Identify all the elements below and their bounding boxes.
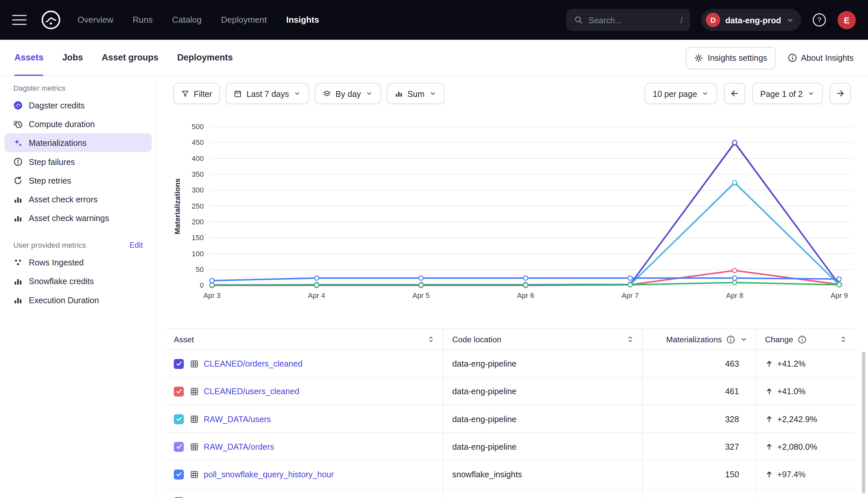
dagster-logo-icon xyxy=(13,101,23,110)
column-header-code-location[interactable]: Code location xyxy=(443,329,642,350)
tab-asset-groups[interactable]: Asset groups xyxy=(102,40,158,76)
user-metrics-section-title: User provided metrics Edit xyxy=(0,239,156,253)
sidebar-item-materializations[interactable]: Materializations xyxy=(4,133,152,152)
svg-text:Apr 7: Apr 7 xyxy=(622,291,638,300)
asset-link[interactable]: RAW_DATA/users xyxy=(204,414,271,424)
sidebar-item-asset-check-errors[interactable]: Asset check errors xyxy=(4,189,152,208)
group-by-dropdown[interactable]: By day xyxy=(315,83,381,104)
up-arrow-icon xyxy=(765,359,773,368)
per-page-dropdown[interactable]: 10 per page xyxy=(645,83,717,104)
dagster-metrics-section-title: Dagster metrics xyxy=(0,83,156,96)
hamburger-menu-button[interactable] xyxy=(12,15,27,25)
sidebar-item-dagster-credits[interactable]: Dagster credits xyxy=(4,95,152,114)
svg-text:Materializations: Materializations xyxy=(173,179,181,234)
tab-assets[interactable]: Assets xyxy=(14,40,43,76)
materializations-cell: 461 xyxy=(642,378,755,405)
insights-settings-label: Insights settings xyxy=(707,53,767,63)
pagination-controls: 10 per page Page 1 of 2 xyxy=(645,83,851,104)
code-location-cell: snowflake_insights xyxy=(443,461,642,488)
nav-item-deployment[interactable]: Deployment xyxy=(221,15,267,25)
row-checkbox[interactable] xyxy=(174,414,184,424)
next-page-button[interactable] xyxy=(830,83,851,104)
app-window: OverviewRunsCatalogDeploymentInsights Se… xyxy=(0,0,868,498)
chevron-down-icon[interactable] xyxy=(739,335,748,343)
row-checkbox[interactable] xyxy=(174,386,184,396)
insights-settings-button[interactable]: Insights settings xyxy=(686,47,776,69)
bar-chart-icon xyxy=(13,276,23,286)
sort-icon[interactable] xyxy=(839,335,847,343)
svg-text:Apr 8: Apr 8 xyxy=(726,291,743,300)
sidebar-item-rows-ingested[interactable]: Rows Ingested xyxy=(4,253,152,271)
materializations-cell: 463 xyxy=(642,350,755,378)
table-row: poll_snowflake_query_history_hoursnowfla… xyxy=(165,461,855,488)
change-value: +2,242.9% xyxy=(777,414,817,424)
page-dropdown[interactable]: Page 1 of 2 xyxy=(753,83,822,104)
column-header-asset[interactable]: Asset xyxy=(165,329,443,350)
row-checkbox[interactable] xyxy=(174,442,184,451)
deployment-switcher[interactable]: D data-eng-prod xyxy=(702,9,801,31)
svg-text:Apr 4: Apr 4 xyxy=(308,291,325,300)
svg-text:Apr 6: Apr 6 xyxy=(517,291,534,300)
chevron-down-icon xyxy=(786,16,794,24)
code-location-cell xyxy=(443,488,642,498)
nav-item-insights[interactable]: Insights xyxy=(286,15,319,25)
edit-metrics-link[interactable]: Edit xyxy=(129,240,143,249)
asset-link[interactable]: poll_snowflake_query_history_hour xyxy=(204,469,334,479)
primary-nav: OverviewRunsCatalogDeploymentInsights xyxy=(78,15,319,25)
about-insights-link[interactable]: About Insights xyxy=(788,53,854,63)
aggregation-dropdown[interactable]: Sum xyxy=(387,83,445,104)
sidebar-item-step-retries[interactable]: Step retries xyxy=(4,171,152,189)
asset-table-body: CLEANED/orders_cleaneddata-eng-pipeline4… xyxy=(165,350,855,498)
row-checkbox[interactable] xyxy=(174,359,184,369)
sort-icon[interactable] xyxy=(626,335,634,343)
materializations-cell: 327 xyxy=(642,433,755,460)
change-cell: +97.4% xyxy=(755,461,855,488)
asset-link[interactable]: RAW_DATA/orders xyxy=(204,442,274,451)
page-label: Page 1 of 2 xyxy=(760,89,803,98)
sidebar-item-compute-duration[interactable]: Compute duration xyxy=(4,115,152,133)
date-range-dropdown[interactable]: Last 7 days xyxy=(226,83,309,104)
sidebar-item-snowflake-credits[interactable]: Snowflake credits xyxy=(4,272,152,290)
asset-grid-icon xyxy=(190,470,199,479)
up-arrow-icon xyxy=(765,387,773,395)
svg-text:200: 200 xyxy=(192,218,204,226)
filter-button[interactable]: Filter xyxy=(173,83,220,104)
sidebar-item-step-failures[interactable]: Step failures xyxy=(4,152,152,171)
dagster-logo[interactable] xyxy=(39,8,63,32)
nav-item-catalog[interactable]: Catalog xyxy=(172,15,202,25)
asset-grid-icon xyxy=(190,442,199,451)
table-scrollbar[interactable] xyxy=(862,352,865,494)
sidebar-item-asset-check-warnings[interactable]: Asset check warnings xyxy=(4,209,152,227)
main-content: Filter Last 7 days By day xyxy=(156,76,868,498)
tab-jobs[interactable]: Jobs xyxy=(62,40,83,76)
insights-tab-bar: AssetsJobsAsset groupsDeployments Insigh… xyxy=(0,40,868,76)
info-icon[interactable] xyxy=(726,335,735,344)
nav-item-overview[interactable]: Overview xyxy=(78,15,113,25)
nav-item-runs[interactable]: Runs xyxy=(132,15,153,25)
asset-link[interactable]: CLEANED/users_cleaned xyxy=(204,386,299,396)
svg-text:100: 100 xyxy=(192,250,204,258)
svg-text:Apr 3: Apr 3 xyxy=(204,291,221,300)
search-input[interactable]: Search... / xyxy=(566,9,690,31)
sort-icon[interactable] xyxy=(427,335,435,343)
chevron-down-icon xyxy=(702,90,710,97)
sidebar-item-label: Rows Ingested xyxy=(29,258,84,267)
asset-link[interactable]: CLEANED/orders_cleaned xyxy=(204,359,303,369)
chevron-down-icon xyxy=(807,90,815,97)
prev-page-button[interactable] xyxy=(724,83,745,104)
arrow-left-icon xyxy=(730,89,739,98)
tab-deployments[interactable]: Deployments xyxy=(177,40,233,76)
group-by-label: By day xyxy=(335,89,361,98)
deployment-name: data-eng-prod xyxy=(725,15,781,25)
sidebar-item-execution-duration[interactable]: Execution Duration xyxy=(4,290,152,309)
asset-grid-icon xyxy=(190,387,199,396)
info-icon[interactable] xyxy=(797,335,806,344)
row-checkbox[interactable] xyxy=(174,469,184,479)
metrics-sidebar: Dagster metrics Dagster creditsCompute d… xyxy=(0,76,156,498)
column-header-change[interactable]: Change xyxy=(755,329,855,350)
asset-grid-icon xyxy=(190,359,199,368)
user-avatar[interactable]: E xyxy=(838,11,856,29)
column-header-materializations[interactable]: Materializations xyxy=(642,329,755,350)
column-label: Asset xyxy=(174,335,194,344)
help-button[interactable]: ? xyxy=(812,13,827,27)
